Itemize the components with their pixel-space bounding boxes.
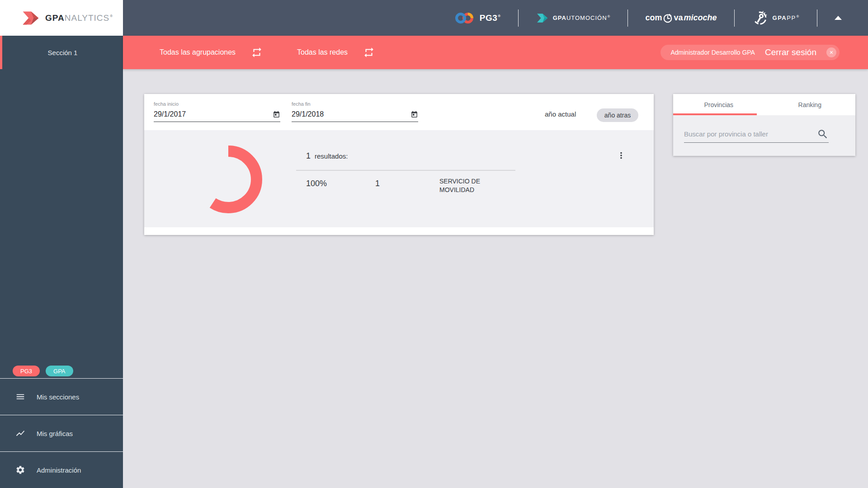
ano-actual-button[interactable]: año actual	[545, 110, 576, 118]
wrench-gauge-icon	[752, 10, 768, 26]
header-divider	[817, 9, 817, 27]
logo-rest: NALYTICS	[65, 13, 110, 23]
pg3-badge-label: PG3	[20, 368, 32, 375]
gpapp-label: GPAPP®	[773, 14, 800, 21]
comvamicoche-logo: com vamicoche	[645, 13, 717, 23]
results-count: 1	[306, 151, 311, 161]
provinces-panel: Provincias Ranking	[673, 94, 855, 156]
clock-icon	[663, 13, 673, 23]
result-row-count: 1	[375, 179, 380, 188]
logout-close-icon[interactable]: ×	[826, 47, 836, 57]
header-divider	[734, 9, 735, 27]
logo-reg-mark: ®	[110, 14, 113, 18]
pg3-label: PG3®	[480, 13, 501, 23]
tab-ranking[interactable]: Ranking	[764, 94, 856, 115]
gpautomocion-logo: GPAUTOMOCIÓN®	[536, 12, 611, 24]
result-row-label: SERVICIO DE MOVILIDAD	[439, 177, 507, 194]
fecha-fin-label: fecha fin	[292, 101, 418, 107]
app-logo: GPANALYTICS®	[0, 0, 123, 36]
gpa-badge[interactable]: GPA	[46, 366, 73, 376]
result-row-percent: 100%	[306, 179, 327, 188]
app-logo-text: GPANALYTICS®	[45, 13, 113, 23]
section-tab-label: Sección 1	[48, 49, 78, 56]
results-count-label: resultados:	[315, 152, 348, 160]
gpautomocion-label: GPAUTOMOCIÓN®	[553, 14, 611, 21]
sidebar-badges: PG3 GPA	[13, 366, 73, 376]
user-session-chip[interactable]: Administrador Desarrollo GPA Cerrar sesi…	[660, 45, 840, 60]
sidebar-item-seccion-1[interactable]: Sección 1	[0, 36, 123, 69]
chart-line-icon	[15, 428, 25, 438]
tab-provincias[interactable]: Provincias	[673, 94, 764, 115]
logout-button[interactable]: Cerrar sesión	[765, 47, 816, 57]
donut-chart	[194, 145, 262, 213]
fecha-inicio-label: fecha inicio	[154, 101, 280, 107]
fecha-fin-field: fecha fin	[292, 101, 418, 122]
menu-item-label: Administración	[37, 466, 81, 474]
results-card: fecha inicio fecha fin	[144, 94, 654, 235]
sidebar: GPANALYTICS® Sección 1 PG3 GPA Mis secci…	[0, 0, 123, 488]
fecha-inicio-field: fecha inicio	[154, 101, 280, 122]
gpa-badge-label: GPA	[53, 368, 66, 375]
search-icon	[817, 128, 829, 140]
top-header: PG3® GPAUTOMOCIÓN® com vamicoche	[123, 0, 868, 36]
card-more-options-button[interactable]	[614, 149, 628, 164]
province-search-field	[684, 126, 829, 143]
donut-arc	[200, 151, 257, 208]
province-search-input[interactable]	[684, 130, 817, 138]
results-divider	[296, 170, 515, 171]
results-heading: 1 resultados:	[306, 151, 348, 161]
calendar-icon	[273, 111, 280, 118]
gear-icon	[15, 465, 25, 475]
agrupaciones-filter-button[interactable]: Todas las agrupaciones	[160, 36, 263, 69]
comvamicoche-label: com vamicoche	[645, 13, 717, 23]
repeat-icon	[363, 47, 375, 58]
sidebar-item-mis-graficas[interactable]: Mis gráficas	[0, 415, 123, 451]
header-divider	[518, 9, 519, 27]
user-name-label: Administrador Desarrollo GPA	[670, 49, 755, 56]
page: GPANALYTICS® Sección 1 PG3 GPA Mis secci…	[0, 0, 868, 488]
fecha-fin-input[interactable]	[292, 110, 410, 118]
gpanalytics-logo-icon	[21, 9, 40, 27]
fecha-inicio-calendar-button[interactable]	[273, 111, 280, 118]
filters-toolbar: Todas las agrupaciones Todas las redes A…	[123, 36, 868, 69]
sidebar-item-administracion[interactable]: Administración	[0, 451, 123, 488]
header-divider	[627, 9, 628, 27]
fecha-fin-calendar-button[interactable]	[410, 111, 418, 118]
agrupaciones-filter-label: Todas las agrupaciones	[160, 48, 236, 56]
logo-bold: GPA	[45, 13, 65, 23]
fecha-inicio-input[interactable]	[154, 110, 273, 118]
pg3-logo: PG3®	[454, 11, 501, 25]
ano-atras-button[interactable]: año atras	[597, 108, 638, 122]
gpautomocion-arrow-icon	[536, 12, 548, 24]
redes-filter-button[interactable]: Todas las redes	[297, 36, 375, 69]
sidebar-item-mis-secciones[interactable]: Mis secciones	[0, 378, 123, 415]
panel-tabbar: Provincias Ranking	[673, 94, 855, 115]
list-icon	[15, 392, 25, 402]
kebab-menu-icon	[616, 150, 626, 160]
active-tab-indicator	[673, 113, 757, 115]
collapse-header-button[interactable]	[835, 16, 842, 20]
gpapp-logo: GPAPP®	[752, 10, 800, 26]
repeat-icon	[251, 47, 263, 58]
calendar-icon	[410, 111, 418, 118]
menu-item-label: Mis gráficas	[37, 430, 73, 437]
pg3-badge[interactable]: PG3	[13, 366, 40, 376]
redes-filter-label: Todas las redes	[297, 48, 348, 56]
menu-item-label: Mis secciones	[37, 393, 79, 401]
sidebar-menu: Mis secciones Mis gráficas Administració…	[0, 378, 123, 488]
pg3-infinity-icon	[454, 11, 475, 25]
